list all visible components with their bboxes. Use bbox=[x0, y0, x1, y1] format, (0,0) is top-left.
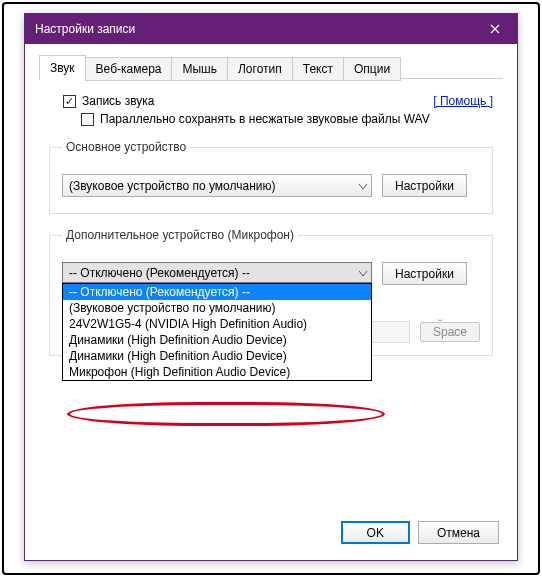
dropdown-option[interactable]: Динамики (High Definition Audio Device) bbox=[63, 332, 371, 348]
help-link[interactable]: [ Помощь ] bbox=[433, 94, 493, 108]
tab-content: Запись звука [ Помощь ] Параллельно сохр… bbox=[25, 80, 517, 366]
dropdown-option[interactable]: Микрофон (High Definition Audio Device) bbox=[63, 364, 371, 380]
tab-bar: Звук Веб-камера Мышь Логотип Текст Опции bbox=[25, 44, 517, 80]
tab-options[interactable]: Опции bbox=[343, 57, 401, 81]
titlebar: Настройки записи bbox=[25, 14, 517, 44]
dropdown-option[interactable]: (Звуковое устройство по умолчанию) bbox=[63, 300, 371, 316]
save-wav-label: Параллельно сохранять в несжатые звуковы… bbox=[100, 112, 430, 126]
ok-button[interactable]: OK bbox=[341, 521, 410, 544]
chevron-down-icon bbox=[359, 266, 367, 280]
primary-device-select[interactable]: (Звуковое устройство по умолчанию) bbox=[62, 174, 372, 197]
chevron-down-icon bbox=[359, 179, 367, 193]
primary-device-legend: Основное устройство bbox=[62, 140, 190, 154]
tab-text[interactable]: Текст bbox=[292, 57, 344, 81]
secondary-device-value: -- Отключено (Рекомендуется) -- bbox=[69, 266, 250, 280]
close-button[interactable] bbox=[472, 14, 517, 44]
secondary-device-dropdown-list: -- Отключено (Рекомендуется) -- (Звуково… bbox=[62, 283, 372, 381]
secondary-device-legend: Дополнительное устройство (Микрофон) bbox=[62, 228, 298, 242]
tab-webcam[interactable]: Веб-камера bbox=[85, 57, 173, 81]
shortcut-key-chip[interactable]: Space bbox=[420, 322, 480, 342]
primary-settings-button[interactable]: Настройки bbox=[382, 174, 467, 197]
save-wav-checkbox[interactable] bbox=[81, 113, 94, 126]
tab-logo[interactable]: Логотип bbox=[227, 57, 293, 81]
dropdown-option[interactable]: 24V2W1G5-4 (NVIDIA High Definition Audio… bbox=[63, 316, 371, 332]
annotation-highlight bbox=[67, 402, 385, 426]
settings-window: Настройки записи Звук Веб-камера Мышь Ло… bbox=[24, 13, 518, 561]
dialog-footer: OK Отмена bbox=[341, 521, 499, 544]
dropdown-option[interactable]: Динамики (High Definition Audio Device) bbox=[63, 348, 371, 364]
tab-mouse[interactable]: Мышь bbox=[171, 57, 228, 81]
primary-device-group: Основное устройство (Звуковое устройство… bbox=[49, 140, 493, 214]
secondary-device-group: Дополнительное устройство (Микрофон) -- … bbox=[49, 228, 493, 356]
cancel-button[interactable]: Отмена bbox=[418, 521, 499, 544]
primary-device-value: (Звуковое устройство по умолчанию) bbox=[69, 179, 276, 193]
secondary-settings-button[interactable]: Настройки bbox=[382, 262, 467, 285]
secondary-device-select[interactable]: -- Отключено (Рекомендуется) -- -- Отклю… bbox=[62, 262, 372, 283]
window-title: Настройки записи bbox=[35, 22, 135, 36]
close-icon bbox=[490, 24, 500, 34]
record-sound-label: Запись звука bbox=[82, 94, 155, 108]
record-sound-checkbox[interactable] bbox=[63, 95, 76, 108]
tab-sound[interactable]: Звук bbox=[39, 55, 86, 80]
dropdown-option[interactable]: -- Отключено (Рекомендуется) -- bbox=[63, 284, 371, 300]
